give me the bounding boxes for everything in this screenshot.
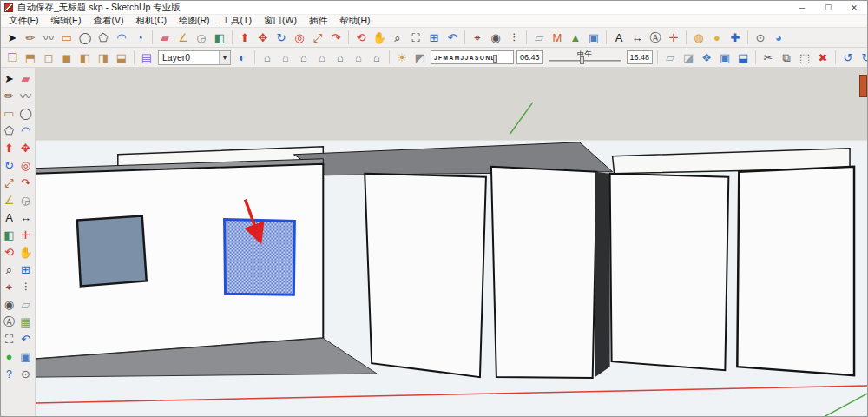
- orbit-tool-icon[interactable]: ⟲: [352, 29, 370, 46]
- rail-paint-bucket-icon[interactable]: ◧: [1, 226, 17, 243]
- close-button[interactable]: ✕: [841, 1, 867, 14]
- offset-tool-icon[interactable]: ◎: [291, 29, 308, 46]
- rail-offset-icon[interactable]: ◎: [17, 156, 34, 174]
- menu-help[interactable]: 帮助(H): [333, 15, 377, 27]
- rail-look-around-icon[interactable]: ◉: [1, 295, 17, 313]
- section-plane-tool-icon[interactable]: ▱: [530, 29, 548, 46]
- rail-dimension-icon[interactable]: ↔: [17, 208, 34, 226]
- time-slider-thumb[interactable]: [580, 56, 584, 64]
- shadow-time-slider[interactable]: 中午: [547, 50, 623, 64]
- make-component-icon[interactable]: ❖: [698, 49, 715, 66]
- menu-tools[interactable]: 工具(T): [216, 15, 258, 27]
- rail-walk-icon[interactable]: ⫶: [17, 278, 34, 295]
- rail-line-icon[interactable]: ✏: [1, 87, 17, 104]
- paste-icon[interactable]: ⬚: [796, 49, 813, 66]
- front-view-icon[interactable]: ◻: [40, 49, 57, 66]
- paint-bucket-tool-icon[interactable]: ◧: [211, 29, 228, 46]
- section-cut-icon[interactable]: ◪: [680, 49, 697, 66]
- photo-texture-tool-icon[interactable]: ▣: [585, 29, 602, 46]
- wall-panel-3[interactable]: [610, 174, 729, 370]
- zoom-window-tool-icon[interactable]: ⛶: [407, 29, 424, 46]
- menu-file[interactable]: 文件(F): [3, 15, 44, 27]
- monochrome-mode-icon[interactable]: ⌂: [368, 49, 385, 66]
- rail-photo-texture-icon[interactable]: ▣: [17, 348, 34, 365]
- pan-tool-icon[interactable]: ✋: [371, 29, 388, 46]
- rail-freehand-icon[interactable]: 〰: [17, 87, 34, 104]
- wall-panel-4[interactable]: [737, 167, 854, 375]
- rail-push-pull-icon[interactable]: ⬆: [1, 139, 17, 156]
- rectangle-tool-icon[interactable]: ▭: [58, 29, 76, 46]
- select-tool-icon[interactable]: ➤: [3, 29, 21, 46]
- styles-add-icon[interactable]: ✚: [727, 29, 744, 46]
- make-group-icon[interactable]: ▣: [716, 49, 733, 66]
- rail-text-icon[interactable]: A: [1, 208, 17, 226]
- menu-draw[interactable]: 绘图(R): [173, 15, 216, 27]
- position-camera-tool-icon[interactable]: ⌖: [469, 29, 486, 46]
- look-around-tool-icon[interactable]: ◉: [487, 29, 504, 46]
- rail-select-icon[interactable]: ➤: [1, 70, 17, 87]
- rail-component-ball-icon[interactable]: ●: [1, 348, 17, 365]
- cut-icon[interactable]: ✂: [760, 49, 777, 66]
- back-edges-mode-icon[interactable]: ⌂: [277, 49, 294, 66]
- selected-face[interactable]: [225, 220, 295, 295]
- wall-panel-1[interactable]: [365, 174, 486, 377]
- rail-polygon-icon[interactable]: ⬠: [1, 122, 17, 139]
- line-tool-icon[interactable]: ✏: [22, 29, 39, 46]
- follow-me-tool-icon[interactable]: ↷: [327, 29, 345, 46]
- time-slider-track[interactable]: [549, 60, 621, 62]
- rotate-tool-icon[interactable]: ↻: [273, 29, 290, 46]
- eraser-tool-icon[interactable]: ▰: [156, 29, 174, 46]
- rail-move-icon[interactable]: ✥: [17, 139, 34, 156]
- shaded-textures-mode-icon[interactable]: ⌂: [350, 49, 367, 66]
- hidden-line-mode-icon[interactable]: ⌂: [313, 49, 331, 66]
- toggle-terrain-tool-icon[interactable]: ▲: [567, 29, 584, 46]
- chevron-down-icon[interactable]: ▾: [219, 51, 230, 64]
- dimension-tool-icon[interactable]: ↔: [628, 29, 646, 46]
- model-viewport[interactable]: [36, 68, 867, 417]
- text-tool-icon[interactable]: A: [610, 29, 628, 46]
- rail-tape-measure-icon[interactable]: ∠: [1, 191, 17, 208]
- previous-view-tool-icon[interactable]: ↶: [444, 29, 461, 46]
- shadow-toggle-icon[interactable]: ◩: [411, 49, 429, 66]
- rail-zoom-icon[interactable]: ⌕: [1, 261, 17, 278]
- undo-icon[interactable]: ↺: [839, 49, 857, 66]
- wall-panel-2[interactable]: [491, 167, 597, 378]
- redo-icon[interactable]: ↻: [858, 49, 867, 66]
- arc-tool-icon[interactable]: ◠: [113, 29, 130, 46]
- protractor-tool-icon[interactable]: ◶: [193, 29, 210, 46]
- bottom-view-icon[interactable]: ⬓: [113, 49, 130, 66]
- xray-mode-icon[interactable]: ⌂: [259, 49, 276, 66]
- instructor-icon[interactable]: ◍: [690, 29, 707, 46]
- push-pull-tool-icon[interactable]: ⬆: [236, 29, 253, 46]
- walk-tool-icon[interactable]: ⫶: [505, 29, 523, 46]
- rail-arc-icon[interactable]: ◠: [17, 122, 34, 139]
- rail-pan-icon[interactable]: ✋: [17, 243, 34, 261]
- rail-orbit-icon[interactable]: ⟲: [1, 243, 17, 261]
- save-model-icon[interactable]: ⬓: [734, 49, 752, 66]
- rail-help-icon[interactable]: ？: [1, 365, 17, 382]
- section-display-icon[interactable]: ▱: [661, 49, 679, 66]
- left-view-icon[interactable]: ◧: [76, 49, 94, 66]
- right-view-icon[interactable]: ◨: [95, 49, 112, 66]
- menu-view[interactable]: 查看(V): [87, 15, 129, 27]
- rail-axes-icon[interactable]: ✛: [17, 226, 34, 243]
- polygon-tool-icon[interactable]: ⬠: [95, 29, 112, 46]
- preferences-icon[interactable]: ⊙: [752, 29, 769, 46]
- window-face[interactable]: [77, 216, 147, 287]
- rail-previous-view-icon[interactable]: ↶: [17, 330, 34, 348]
- rail-settings-icon[interactable]: ⊙: [17, 365, 34, 382]
- rail-3d-text-icon[interactable]: Ⓐ: [1, 313, 17, 330]
- rail-follow-me-icon[interactable]: ↷: [17, 174, 34, 191]
- erase-icon[interactable]: ✖: [814, 49, 832, 66]
- rail-section-plane-icon[interactable]: ▱: [17, 295, 34, 313]
- rail-zoom-extents-icon[interactable]: ⊞: [17, 261, 34, 278]
- rail-protractor-icon[interactable]: ◶: [17, 191, 34, 208]
- freehand-tool-icon[interactable]: 〰: [40, 29, 57, 46]
- shadow-settings-icon[interactable]: ☀: [393, 49, 411, 66]
- scale-tool-icon[interactable]: ⤢: [309, 29, 326, 46]
- rail-rectangle-icon[interactable]: ▭: [1, 104, 17, 122]
- rail-position-camera-icon[interactable]: ⌖: [1, 278, 17, 295]
- rail-sandbox-icon[interactable]: ▦: [17, 313, 34, 330]
- back-view-icon[interactable]: ◼: [58, 49, 76, 66]
- layer-combo[interactable]: Layer0 ▾: [158, 50, 231, 65]
